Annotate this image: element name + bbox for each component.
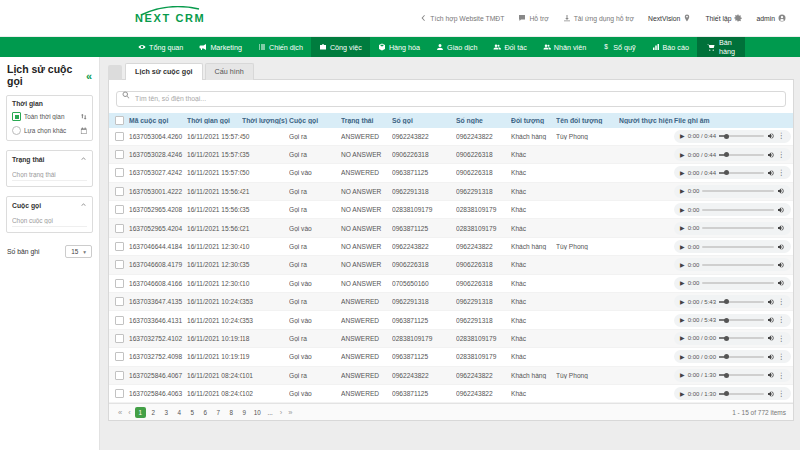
- topbar-link[interactable]: Tải ứng dụng hỗ trợ: [563, 14, 634, 22]
- topbar-link[interactable]: Thiết lập: [705, 14, 742, 22]
- prev-page-button[interactable]: ‹: [126, 409, 133, 417]
- column-header[interactable]: Người thực hiện: [619, 117, 674, 124]
- column-header[interactable]: Thời gian gọi: [187, 117, 242, 124]
- audio-player[interactable]: ▶0:00 / 1:30⋮: [674, 387, 791, 400]
- row-checkbox[interactable]: [115, 224, 124, 233]
- audio-slider-handle[interactable]: [724, 134, 729, 139]
- topbar-link[interactable]: Hỗ trợ: [518, 14, 548, 22]
- row-checkbox[interactable]: [115, 352, 124, 361]
- volume-icon[interactable]: [767, 390, 775, 398]
- radio-all-time[interactable]: Toàn thời gian: [12, 112, 87, 121]
- page-button-1[interactable]: 1: [135, 407, 146, 418]
- volume-icon[interactable]: [777, 187, 785, 195]
- page-button-10[interactable]: 10: [252, 407, 263, 418]
- audio-menu-icon[interactable]: ⋮: [778, 151, 786, 159]
- nav-item-marketing[interactable]: Marketing: [191, 37, 250, 57]
- audio-menu-icon[interactable]: ⋮: [778, 390, 786, 398]
- row-checkbox[interactable]: [115, 187, 124, 196]
- nav-item-báo-cáo[interactable]: Báo cáo: [644, 37, 697, 57]
- search-input[interactable]: [116, 91, 786, 107]
- first-page-button[interactable]: «: [116, 409, 124, 417]
- topbar-link[interactable]: Tích hợp Website TMĐT: [419, 14, 504, 22]
- play-icon[interactable]: ▶: [680, 335, 685, 341]
- column-header[interactable]: Tên đối tượng: [556, 117, 619, 124]
- row-checkbox[interactable]: [115, 334, 124, 343]
- row-checkbox[interactable]: [115, 242, 124, 251]
- call-filter-input[interactable]: [12, 213, 87, 227]
- column-header[interactable]: Mã cuộc gọi: [129, 117, 187, 124]
- audio-menu-icon[interactable]: ⋮: [778, 353, 786, 361]
- row-checkbox[interactable]: [115, 260, 124, 269]
- play-icon[interactable]: ▶: [680, 207, 685, 213]
- column-header[interactable]: Thời lượng(s): [242, 117, 289, 124]
- play-icon[interactable]: ▶: [680, 170, 685, 176]
- audio-menu-icon[interactable]: ⋮: [778, 298, 786, 306]
- select-all-checkbox[interactable]: [115, 116, 124, 125]
- audio-slider-handle[interactable]: [724, 152, 729, 157]
- column-header[interactable]: Cuộc gọi: [289, 117, 341, 124]
- volume-icon[interactable]: [777, 243, 785, 251]
- nav-item-chiến-dịch[interactable]: Chiến dịch: [250, 37, 311, 57]
- audio-slider[interactable]: [702, 264, 774, 266]
- play-icon[interactable]: ▶: [680, 354, 685, 360]
- column-header[interactable]: Trạng thái: [341, 117, 392, 124]
- row-checkbox[interactable]: [115, 205, 124, 214]
- nav-item-giao-dịch[interactable]: Giao dịch: [428, 37, 485, 57]
- page-button-3[interactable]: 3: [161, 407, 172, 418]
- page-button-7[interactable]: 7: [213, 407, 224, 418]
- play-icon[interactable]: ▶: [680, 188, 685, 194]
- audio-slider[interactable]: [719, 319, 764, 321]
- volume-icon[interactable]: [777, 206, 785, 214]
- column-header[interactable]: Số nghe: [456, 117, 511, 124]
- volume-icon[interactable]: [777, 279, 785, 287]
- row-checkbox[interactable]: [115, 316, 124, 325]
- row-checkbox[interactable]: [115, 297, 124, 306]
- play-icon[interactable]: ▶: [680, 244, 685, 250]
- volume-icon[interactable]: [767, 151, 775, 159]
- play-icon[interactable]: ▶: [680, 372, 685, 378]
- audio-player[interactable]: ▶0:00 / 1:30⋮: [674, 369, 791, 382]
- row-checkbox[interactable]: [115, 371, 124, 380]
- volume-icon[interactable]: [767, 334, 775, 342]
- audio-player[interactable]: ▶0:00 / 0:44⋮: [674, 148, 791, 161]
- audio-player[interactable]: ▶0:00 / 5:43⋮: [674, 314, 791, 327]
- audio-slider-handle[interactable]: [724, 299, 729, 304]
- audio-player[interactable]: ▶0:00 / 0:44⋮: [674, 130, 791, 143]
- row-checkbox[interactable]: [115, 168, 124, 177]
- audio-slider-handle[interactable]: [724, 391, 729, 396]
- play-icon[interactable]: ▶: [680, 133, 685, 139]
- column-header[interactable]: Đối tượng: [511, 117, 556, 124]
- audio-player[interactable]: ▶0:00: [674, 203, 791, 216]
- records-select[interactable]: 15 ▾: [65, 245, 92, 258]
- collapse-sidebar-icon[interactable]: «: [86, 70, 92, 82]
- audio-slider-handle[interactable]: [724, 354, 729, 359]
- audio-slider[interactable]: [702, 246, 774, 248]
- chevron-up-icon[interactable]: [80, 201, 87, 209]
- tab-config[interactable]: Cấu hình: [205, 63, 254, 80]
- next-page-button[interactable]: ›: [278, 409, 285, 417]
- audio-slider[interactable]: [719, 337, 764, 339]
- audio-slider[interactable]: [702, 209, 774, 211]
- page-button-5[interactable]: 5: [187, 407, 198, 418]
- volume-icon[interactable]: [777, 224, 785, 232]
- audio-slider-handle[interactable]: [724, 373, 729, 378]
- volume-icon[interactable]: [767, 298, 775, 306]
- audio-slider-handle[interactable]: [724, 318, 729, 323]
- page-button-8[interactable]: 8: [226, 407, 237, 418]
- audio-player[interactable]: ▶0:00: [674, 222, 791, 235]
- nav-item-nhân-viên[interactable]: Nhân viên: [535, 37, 594, 57]
- page-button-6[interactable]: 6: [200, 407, 211, 418]
- tab-call-history[interactable]: Lịch sử cuộc gọi: [125, 63, 203, 80]
- audio-player[interactable]: ▶0:00 / 0:44⋮: [674, 166, 791, 179]
- audio-player[interactable]: ▶0:00: [674, 185, 791, 198]
- play-icon[interactable]: ▶: [680, 391, 685, 397]
- page-ellipsis[interactable]: ...: [265, 407, 276, 418]
- audio-slider[interactable]: [719, 393, 764, 395]
- play-icon[interactable]: ▶: [680, 299, 685, 305]
- audio-player[interactable]: ▶0:00 / 0:00⋮: [674, 332, 791, 345]
- tab-scroll-button[interactable]: [108, 65, 122, 80]
- nextcrm-logo[interactable]: NEXT CRM: [135, 12, 205, 24]
- audio-player[interactable]: ▶0:00 / 0:00⋮: [674, 350, 791, 363]
- page-button-4[interactable]: 4: [174, 407, 185, 418]
- page-button-9[interactable]: 9: [239, 407, 250, 418]
